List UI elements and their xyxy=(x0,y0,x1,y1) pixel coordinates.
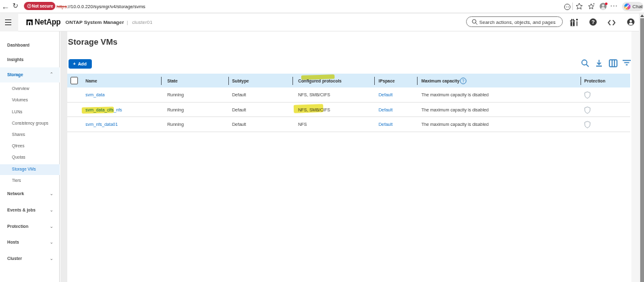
svg-text:?: ? xyxy=(462,79,465,83)
svg-text:?: ? xyxy=(591,19,594,25)
